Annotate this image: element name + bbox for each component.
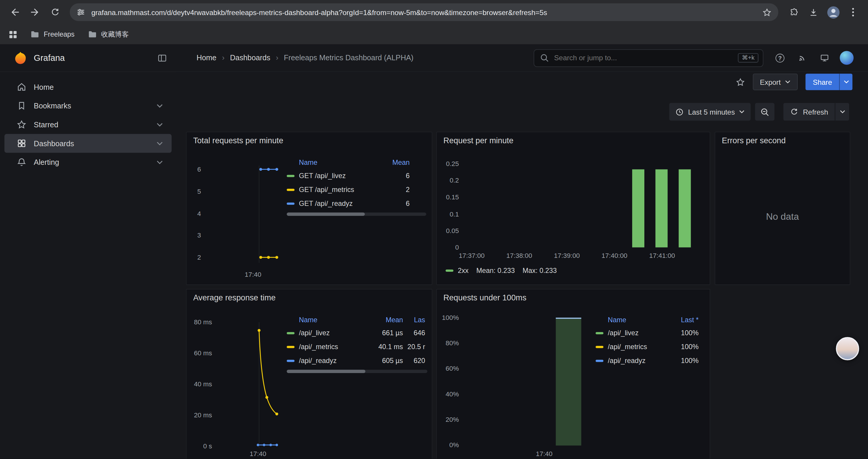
series-color-icon (287, 202, 294, 204)
bar-chart[interactable] (466, 164, 704, 248)
refresh-interval-button[interactable] (835, 103, 849, 121)
user-avatar[interactable] (840, 51, 854, 65)
search-input[interactable] (553, 53, 738, 63)
chevron-down-icon[interactable] (157, 160, 163, 164)
series-name[interactable]: /api/_metrics (299, 343, 368, 351)
series-name[interactable]: /api/_readyz (608, 357, 668, 364)
search-shortcut-badge: ⌘+k (738, 53, 758, 63)
horizontal-scrollbar[interactable] (287, 213, 426, 216)
series-name[interactable]: GET /api/_metrics (299, 186, 379, 193)
bookmark-icon (17, 101, 27, 111)
apps-grid-icon[interactable] (9, 30, 17, 38)
time-range-picker[interactable]: Last 5 minutes (669, 103, 751, 121)
news-button[interactable] (792, 49, 812, 67)
puzzle-icon (788, 7, 798, 17)
reload-button[interactable] (45, 3, 64, 22)
zoom-out-button[interactable] (755, 103, 775, 121)
legend-row: /api/_livez 661 µs 646 (287, 326, 428, 340)
bookmarks-bar: Freeleaps 收藏博客 (0, 24, 868, 44)
share-label: Share (813, 78, 832, 86)
scrollbar-thumb[interactable] (287, 370, 366, 373)
sidebar-item-dashboards[interactable]: Dashboards (4, 134, 172, 153)
sidebar-item-bookmarks[interactable]: Bookmarks (4, 96, 172, 115)
sidebar-item-label: Home (34, 83, 54, 91)
chevron-down-icon[interactable] (157, 123, 163, 126)
star-dashboard-button[interactable] (736, 77, 745, 87)
series-max: Max: 0.233 (523, 267, 557, 274)
panel-request-per-minute: Request per minute 0.250.20.150.10.050 1… (436, 132, 710, 285)
series-mean: 661 µs (368, 329, 403, 337)
col-mean[interactable]: Mean (379, 159, 426, 167)
panel-title[interactable]: Request per minute (443, 136, 514, 145)
col-last[interactable]: Last * (668, 316, 704, 324)
series-color-icon (596, 359, 603, 362)
rss-icon (797, 53, 807, 63)
panel-title[interactable]: Errors per second (722, 136, 785, 145)
profile-button[interactable] (824, 3, 843, 22)
series-name[interactable]: /api/_livez (608, 329, 668, 337)
col-name[interactable]: Name (299, 316, 368, 324)
sidebar-item-label: Bookmarks (34, 102, 71, 110)
help-button[interactable]: ? (770, 49, 790, 67)
bookmark-folder-blogs[interactable]: 收藏博客 (88, 30, 129, 39)
bookmark-folder-freeleaps[interactable]: Freeleaps (30, 30, 74, 38)
chevron-down-icon[interactable] (157, 141, 163, 145)
share-button[interactable]: Share (806, 73, 839, 90)
assistant-avatar[interactable] (836, 337, 859, 360)
col-name[interactable]: Name (608, 316, 668, 324)
series-name[interactable]: /api/_metrics (608, 343, 668, 351)
site-info-icon[interactable] (76, 8, 85, 17)
col-name[interactable]: Name (299, 159, 379, 167)
line-chart[interactable] (217, 322, 289, 448)
panel-title[interactable]: Total requests per minute (193, 136, 283, 145)
series-name[interactable]: GET /api/_livez (299, 172, 379, 179)
browser-toolbar (0, 0, 868, 24)
series-name[interactable]: 2xx (458, 267, 469, 274)
grafana-logo[interactable] (13, 51, 28, 65)
series-name[interactable]: /api/_livez (299, 329, 368, 337)
breadcrumb-dashboards[interactable]: Dashboards (230, 54, 270, 62)
back-button[interactable] (6, 3, 25, 22)
col-last[interactable]: Las (403, 316, 427, 324)
collapse-sidebar-button[interactable] (157, 53, 167, 63)
series-name[interactable]: /api/_readyz (299, 357, 368, 364)
horizontal-scrollbar[interactable] (287, 370, 428, 373)
series-name[interactable]: GET /api/_readyz (299, 199, 379, 207)
download-button[interactable] (804, 3, 823, 22)
scrollbar-thumb[interactable] (287, 213, 365, 216)
export-button[interactable]: Export (753, 73, 798, 90)
share-menu-button[interactable] (839, 73, 852, 90)
extensions-button[interactable] (784, 3, 803, 22)
omnibox[interactable] (70, 3, 778, 21)
chevron-down-icon[interactable] (157, 104, 163, 107)
legend-row: /api/_readyz 605 µs 620 (287, 354, 428, 367)
dashboard-area: Export Share Last 5 minutes (176, 72, 868, 459)
display-button[interactable] (814, 49, 834, 67)
sidebar-item-starred[interactable]: Starred (4, 115, 172, 134)
sidebar-item-home[interactable]: Home (4, 77, 172, 96)
browser-menu-button[interactable] (844, 3, 863, 22)
legend: 2xx Mean: 0.233 Max: 0.233 (445, 267, 557, 274)
search-box[interactable]: ⌘+k (533, 49, 764, 67)
panel-title[interactable]: Average response time (193, 293, 276, 302)
refresh-button[interactable]: Refresh (783, 103, 835, 121)
series-last: 646 (403, 329, 427, 337)
bookmark-star-icon[interactable] (762, 7, 772, 17)
line-chart[interactable] (203, 165, 285, 263)
panel-title[interactable]: Requests under 100ms (443, 293, 526, 302)
legend-row: /api/_metrics 40.1 ms 20.5 r (287, 340, 428, 354)
export-label: Export (760, 78, 780, 86)
series-mean: 6 (379, 172, 426, 179)
search-icon (540, 54, 549, 62)
dashboards-grid-icon (17, 138, 27, 148)
series-last: 100% (668, 357, 704, 364)
forward-button[interactable] (25, 3, 44, 22)
x-axis-label: 17:40 (241, 450, 275, 458)
x-tick: 17:38:00 (506, 252, 532, 260)
series-mean: 605 µs (368, 357, 403, 364)
breadcrumb-home[interactable]: Home (196, 54, 216, 62)
chevron-down-icon (739, 110, 745, 113)
url-input[interactable] (90, 7, 762, 17)
sidebar-item-alerting[interactable]: Alerting (4, 153, 172, 172)
col-mean[interactable]: Mean (368, 316, 403, 324)
